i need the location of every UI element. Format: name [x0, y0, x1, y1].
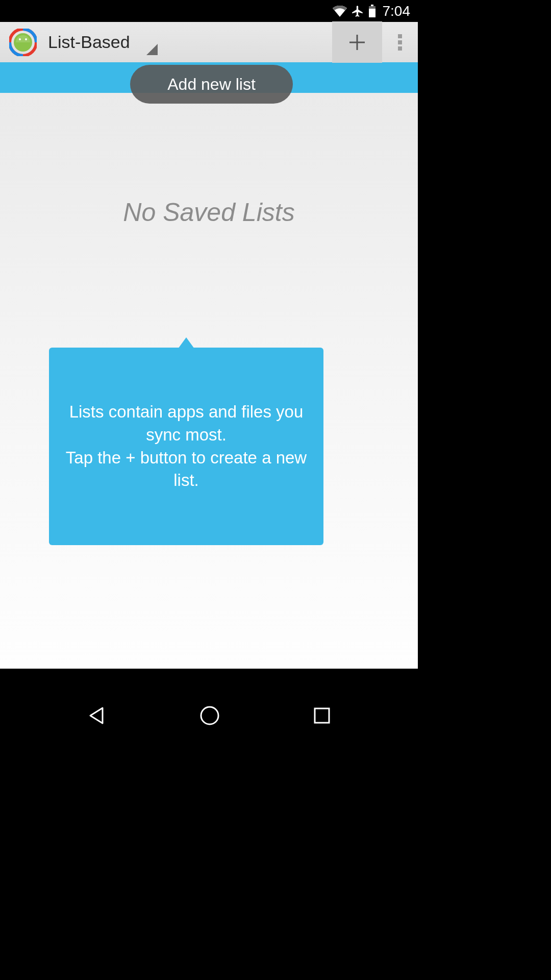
overflow-menu-button[interactable]: [382, 21, 418, 63]
recents-button[interactable]: [313, 707, 331, 724]
back-triangle-icon: [87, 706, 107, 725]
svg-point-5: [19, 38, 21, 40]
svg-rect-11: [398, 46, 402, 51]
home-circle-icon: [199, 705, 220, 726]
hint-text: Lists contain apps and files you sync mo…: [64, 401, 308, 492]
hint-callout[interactable]: Lists contain apps and files you sync mo…: [49, 348, 323, 545]
home-button[interactable]: [199, 705, 220, 726]
back-button[interactable]: [87, 706, 107, 725]
add-button[interactable]: [332, 21, 382, 63]
wifi-icon: [333, 6, 347, 17]
letterbox: [0, 669, 418, 688]
svg-rect-10: [398, 40, 402, 44]
status-bar: 7:04: [0, 0, 418, 22]
title-spinner[interactable]: List-Based: [48, 30, 332, 55]
svg-point-12: [201, 707, 218, 724]
dropdown-triangle-icon: [146, 44, 158, 55]
content-area: No Saved Lists Lists contain apps and fi…: [0, 93, 418, 669]
battery-icon: [368, 5, 376, 17]
airplane-icon: [351, 5, 364, 18]
tooltip-label: Add new list: [167, 75, 256, 94]
add-tooltip: Add new list: [130, 65, 293, 104]
svg-point-6: [25, 38, 27, 40]
navigation-bar: [0, 688, 418, 743]
app-logo-icon[interactable]: [9, 29, 37, 56]
more-vert-icon: [397, 34, 403, 51]
svg-rect-13: [315, 708, 329, 723]
recents-square-icon: [313, 707, 331, 724]
app-bar: List-Based: [0, 22, 418, 63]
svg-rect-9: [398, 34, 402, 38]
svg-rect-0: [371, 5, 373, 6]
svg-rect-2: [369, 9, 375, 17]
empty-state-heading: No Saved Lists: [0, 198, 418, 227]
status-clock: 7:04: [383, 3, 411, 19]
plus-icon: [347, 33, 367, 52]
app-title: List-Based: [48, 32, 130, 52]
